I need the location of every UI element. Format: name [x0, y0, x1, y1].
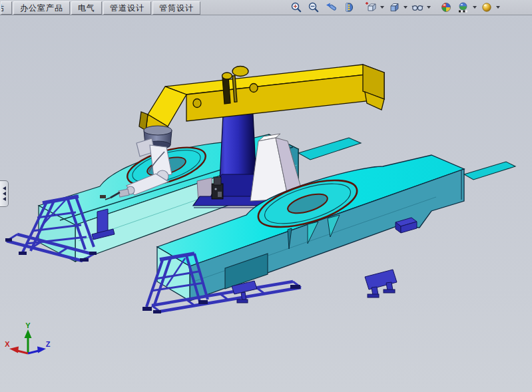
apply-scene-button[interactable]: [455, 1, 471, 14]
panel-arrow-icon: [3, 192, 6, 196]
tab-office-products[interactable]: 办公室产品: [13, 1, 70, 15]
view-orientation-button[interactable]: [363, 1, 379, 14]
zoom-to-fit-icon: [290, 1, 302, 13]
apply-scene-icon: [457, 1, 469, 13]
reference-triad: Y X Z: [5, 321, 50, 353]
previous-view-icon: [325, 1, 337, 13]
heads-up-toolbar: [288, 0, 501, 15]
yellow-robot-boom[interactable]: [139, 65, 384, 141]
tab-electrical[interactable]: 电气: [71, 1, 102, 15]
zoom-to-area-button[interactable]: [306, 1, 322, 14]
apply-scene-dropdown[interactable]: [472, 1, 477, 14]
zoom-to-fit-button[interactable]: [288, 1, 304, 14]
collapsed-panel-tab[interactable]: [0, 180, 9, 207]
panel-arrow-icon: [3, 186, 6, 190]
panel-arrow-icon: [3, 197, 6, 201]
view-settings-dropdown[interactable]: [495, 1, 500, 14]
section-view-icon: [342, 1, 354, 13]
front-beam-support-2[interactable]: [365, 270, 397, 297]
view-settings-button[interactable]: [479, 1, 495, 14]
hide-show-items-dropdown[interactable]: [426, 1, 431, 14]
edit-appearance-icon: [440, 1, 452, 13]
axis-z-label: Z: [46, 340, 51, 348]
zoom-to-area-icon: [308, 1, 320, 13]
tab-piping-design[interactable]: 管道设计: [103, 1, 151, 15]
axis-y-label: Y: [25, 321, 31, 329]
solidworks-window: Y X Z 估 办公室产品 电气 管道设计 管筒设计: [0, 0, 532, 392]
display-style-dropdown[interactable]: [403, 1, 407, 14]
axis-x-label: X: [5, 340, 10, 348]
section-view-button[interactable]: [340, 1, 356, 14]
view-settings-icon: [481, 1, 493, 13]
previous-view-button[interactable]: [323, 1, 339, 14]
viewport-3d[interactable]: Y X Z: [0, 0, 532, 392]
tab-tubing-design[interactable]: 管筒设计: [152, 1, 200, 15]
display-style-button[interactable]: [386, 1, 402, 14]
tab-evaluate-partial[interactable]: 估: [1, 1, 12, 15]
view-orientation-dropdown[interactable]: [380, 1, 384, 14]
display-style-icon: [388, 1, 400, 13]
hide-show-items-icon: [411, 1, 423, 13]
edit-appearance-button[interactable]: [438, 1, 454, 14]
view-orientation-icon: [365, 1, 377, 13]
hide-show-items-button[interactable]: [409, 1, 425, 14]
